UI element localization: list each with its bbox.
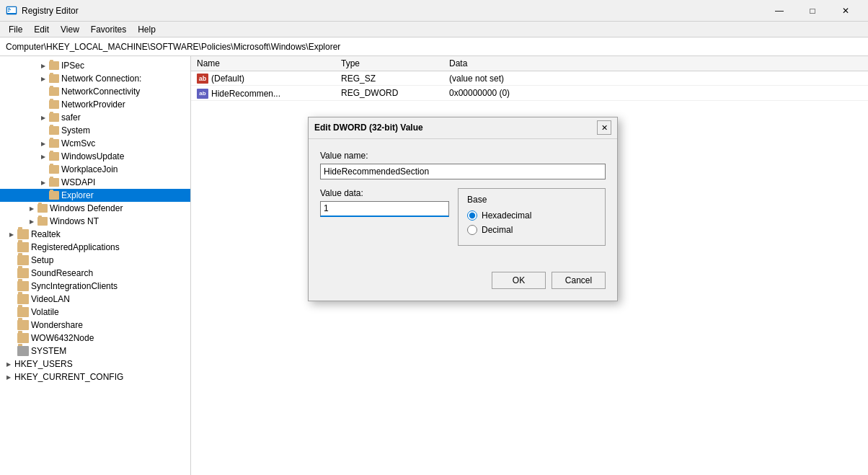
base-group: Base Hexadecimal Decimal bbox=[458, 188, 606, 246]
col-type: Type bbox=[335, 56, 443, 71]
sidebar-item-ipsec[interactable]: ▶ IPSec bbox=[0, 59, 190, 72]
sidebar-item-explorer[interactable]: Explorer bbox=[0, 189, 190, 202]
folder-icon bbox=[17, 307, 29, 317]
menu-help[interactable]: Help bbox=[132, 22, 161, 37]
menu-view[interactable]: View bbox=[55, 22, 85, 37]
folder-icon bbox=[17, 346, 29, 356]
close-button[interactable]: ✕ bbox=[829, 0, 862, 22]
sidebar-item-hkey-users[interactable]: ▶ HKEY_USERS bbox=[0, 358, 190, 370]
value-name-input[interactable] bbox=[320, 164, 606, 179]
minimize-button[interactable]: — bbox=[763, 0, 796, 22]
sidebar-item-setup[interactable]: Setup bbox=[0, 254, 190, 267]
sidebar-item-networkprovider[interactable]: NetworkProvider bbox=[0, 98, 190, 111]
sidebar-item-safer[interactable]: ▶ safer bbox=[0, 111, 190, 124]
expander-icon bbox=[6, 293, 17, 305]
folder-icon bbox=[49, 152, 59, 161]
expander-icon bbox=[37, 125, 49, 136]
expander-icon bbox=[37, 99, 49, 110]
ok-button[interactable]: OK bbox=[492, 272, 546, 289]
dialog-close-button[interactable]: ✕ bbox=[597, 120, 611, 135]
expander-icon: ▶ bbox=[37, 151, 49, 162]
expander-icon: ▶ bbox=[37, 60, 49, 71]
folder-icon bbox=[49, 178, 59, 187]
expander-icon: ▶ bbox=[37, 73, 49, 84]
decimal-label: Decimal bbox=[482, 225, 513, 235]
hexadecimal-radio-row: Hexadecimal bbox=[467, 210, 596, 221]
expander-icon bbox=[6, 241, 17, 253]
folder-icon bbox=[49, 74, 59, 83]
expander-icon bbox=[6, 319, 17, 331]
expander-icon: ▶ bbox=[37, 177, 49, 188]
sidebar-item-registered-applications[interactable]: RegisteredApplications bbox=[0, 241, 190, 254]
folder-icon bbox=[49, 126, 59, 135]
address-path: Computer\HKEY_LOCAL_MACHINE\SOFTWARE\Pol… bbox=[6, 42, 340, 52]
svg-rect-4 bbox=[8, 11, 9, 12]
dialog-title: Edit DWORD (32-bit) Value bbox=[314, 123, 597, 133]
folder-icon bbox=[49, 61, 59, 70]
col-data: Data bbox=[443, 56, 868, 71]
sidebar-item-wsdapi[interactable]: ▶ WSDAPI bbox=[0, 176, 190, 189]
expander-icon: ▶ bbox=[37, 138, 49, 149]
folder-icon bbox=[17, 268, 29, 278]
folder-icon bbox=[17, 255, 29, 265]
sidebar-item-windowsupdate[interactable]: ▶ WindowsUpdate bbox=[0, 150, 190, 163]
folder-icon bbox=[17, 242, 29, 252]
sidebar-item-network-connection[interactable]: ▶ Network Connection: bbox=[0, 72, 190, 85]
cell-data: 0x00000000 (0) bbox=[443, 86, 868, 101]
table-row[interactable]: ab HideRecommen... REG_DWORD 0x00000000 … bbox=[191, 86, 868, 101]
maximize-button[interactable]: □ bbox=[796, 0, 829, 22]
address-bar: Computer\HKEY_LOCAL_MACHINE\SOFTWARE\Pol… bbox=[0, 37, 868, 56]
hexadecimal-radio[interactable] bbox=[467, 210, 477, 221]
sidebar-item-network-connectivity[interactable]: NetworkConnectivity bbox=[0, 85, 190, 98]
value-data-col: Value data: bbox=[320, 188, 449, 246]
sidebar-item-windows-defender[interactable]: ▶ Windows Defender bbox=[0, 202, 190, 215]
table-row[interactable]: ab (Default) REG_SZ (value not set) bbox=[191, 71, 868, 86]
sidebar-item-windows-nt[interactable]: ▶ Windows NT bbox=[0, 215, 190, 228]
expander-icon bbox=[37, 190, 49, 201]
sidebar-item-wondershare[interactable]: Wondershare bbox=[0, 319, 190, 332]
sidebar-item-volatile[interactable]: Volatile bbox=[0, 306, 190, 319]
app-icon bbox=[6, 5, 17, 17]
menu-file[interactable]: File bbox=[3, 22, 28, 37]
sidebar-item-soundresearch[interactable]: SoundResearch bbox=[0, 267, 190, 280]
expander-icon: ▶ bbox=[26, 203, 37, 214]
sidebar-item-hkey-current-config[interactable]: ▶ HKEY_CURRENT_CONFIG bbox=[0, 370, 190, 383]
sidebar-item-workplacejoin[interactable]: WorkplaceJoin bbox=[0, 163, 190, 176]
value-name-label: Value name: bbox=[320, 151, 606, 161]
folder-icon bbox=[17, 229, 29, 239]
value-data-input[interactable] bbox=[320, 201, 449, 217]
expander-icon bbox=[6, 306, 17, 318]
sidebar-item-system2[interactable]: SYSTEM bbox=[0, 345, 190, 358]
dialog-footer: OK Cancel bbox=[309, 266, 617, 301]
sidebar-item-videolan[interactable]: VideoLAN bbox=[0, 293, 190, 306]
sidebar-item-system[interactable]: System bbox=[0, 124, 190, 137]
expander-icon bbox=[6, 254, 17, 266]
folder-icon bbox=[49, 191, 59, 200]
expander-icon bbox=[6, 345, 17, 357]
folder-icon bbox=[17, 281, 29, 291]
sidebar-item-realtek[interactable]: ▶ Realtek bbox=[0, 228, 190, 241]
hexadecimal-label: Hexadecimal bbox=[482, 210, 531, 221]
sidebar-item-wcmsvc[interactable]: ▶ WcmSvc bbox=[0, 137, 190, 150]
menu-favorites[interactable]: Favorites bbox=[85, 22, 132, 37]
folder-icon bbox=[49, 139, 59, 148]
menu-edit[interactable]: Edit bbox=[28, 22, 55, 37]
expander-icon bbox=[6, 267, 17, 279]
base-title: Base bbox=[467, 195, 596, 205]
decimal-radio[interactable] bbox=[467, 225, 477, 235]
sidebar-item-syncintegrationclients[interactable]: SyncIntegrationClients bbox=[0, 280, 190, 293]
title-bar: Registry Editor — □ ✕ bbox=[0, 0, 868, 22]
decimal-radio-row: Decimal bbox=[467, 225, 596, 235]
expander-icon bbox=[37, 86, 49, 97]
cancel-button[interactable]: Cancel bbox=[552, 272, 606, 289]
expander-icon: ▶ bbox=[3, 371, 14, 383]
reg-dword-icon: ab bbox=[197, 89, 208, 99]
folder-icon bbox=[49, 87, 59, 96]
sidebar-item-wow6432node[interactable]: WOW6432Node bbox=[0, 332, 190, 345]
registry-table: Name Type Data ab (Default) REG_SZ (valu… bbox=[191, 56, 868, 101]
expander-icon: ▶ bbox=[37, 112, 49, 123]
window-title: Registry Editor bbox=[22, 6, 763, 16]
cell-type: REG_SZ bbox=[335, 71, 443, 86]
folder-icon bbox=[17, 333, 29, 343]
window-controls: — □ ✕ bbox=[763, 0, 862, 22]
